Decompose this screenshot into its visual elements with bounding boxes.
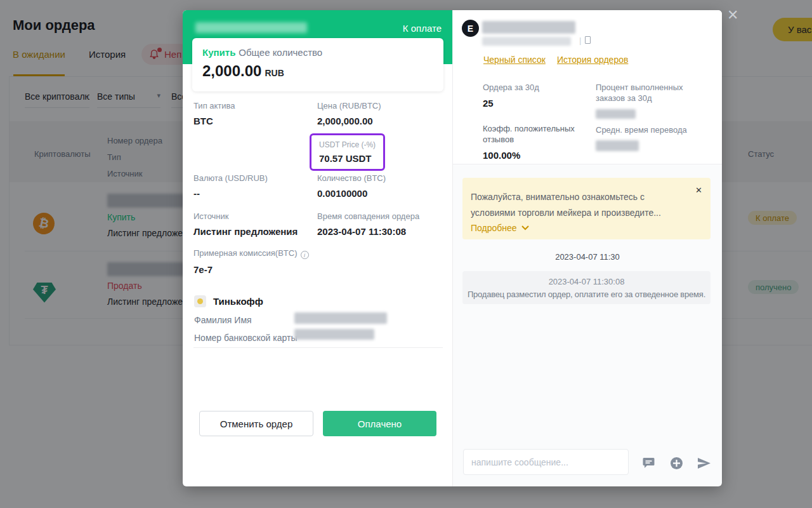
close-icon[interactable]: ✕ <box>727 7 738 23</box>
send-icon[interactable] <box>697 456 711 470</box>
payee-name-label: Фамилия Имя <box>194 315 252 325</box>
field-value: 2023-04-07 11:30:08 <box>317 226 419 237</box>
divider <box>193 347 443 348</box>
field-label: Валюта (USD/RUB) <box>193 173 268 183</box>
stat-positive-feedback: Коэфф. положительных отзывов 100.00% <box>483 123 581 161</box>
system-message-time: 2023-04-07 11:30:08 <box>462 277 710 286</box>
field-fiat: Валюта (USD/RUB) -- <box>193 173 268 199</box>
field-value: BTC <box>193 116 235 126</box>
order-detail-modal: К оплате КупитьОбщее количество 2,000.00… <box>183 10 722 486</box>
order-currency: RUB <box>265 68 284 78</box>
quick-message-icon[interactable] <box>641 456 655 470</box>
field-value: 2,000,000.00 <box>317 116 381 126</box>
stat-value: 25 <box>483 98 539 109</box>
trader-info-section: E | Черный список История ордеров Ордера… <box>453 10 722 164</box>
usdt-price-highlight: USDT Price (-%) 70.57 USDT <box>310 133 385 171</box>
redacted-trader-name <box>482 21 575 34</box>
redacted-stat-value <box>596 109 636 119</box>
chat-date: 2023-04-07 11:30 <box>453 252 722 262</box>
redacted-card-number <box>294 329 374 340</box>
order-history-link[interactable]: История ордеров <box>557 55 628 65</box>
payment-method: Тинькофф <box>194 295 263 307</box>
field-fee: Примерная комиссия(BTC)i 7e-7 <box>193 248 309 275</box>
stat-label: Ордера за 30д <box>483 82 539 93</box>
notice-close-icon[interactable]: ✕ <box>695 185 702 195</box>
field-value: 7e-7 <box>193 264 309 275</box>
copy-icon[interactable] <box>585 36 591 44</box>
payment-method-name: Тинькофф <box>213 296 263 307</box>
redacted-payee-name <box>294 312 387 324</box>
order-panel: К оплате КупитьОбщее количество 2,000.00… <box>183 10 452 486</box>
stat-completion-rate: Процент выполненных заказов за 30д <box>596 82 711 119</box>
notice-text: Пожалуйста, внимательно ознакомьтесь с у… <box>471 189 677 221</box>
stat-label: Процент выполненных заказов за 30д <box>596 82 711 104</box>
field-label: USDT Price (-%) <box>319 140 376 149</box>
field-label: Время совпадения ордера <box>317 211 419 221</box>
field-label: Количество (BTC) <box>317 173 386 183</box>
notice-more-label: Подробнее <box>471 223 517 233</box>
field-label: Примерная комиссия(BTC)i <box>193 248 309 259</box>
field-source: Источник Листинг предложения <box>193 211 298 237</box>
separator: | <box>579 36 581 45</box>
trader-panel: E | Черный список История ордеров Ордера… <box>452 10 722 486</box>
field-value: 0.00100000 <box>317 188 386 199</box>
blacklist-link[interactable]: Черный список <box>483 55 546 65</box>
total-label: Общее количество <box>239 47 322 58</box>
stat-label: Средн. время перевода <box>596 124 711 135</box>
fee-label-text: Примерная комиссия(BTC) <box>193 248 298 258</box>
maker-terms-notice: Пожалуйста, внимательно ознакомьтесь с у… <box>462 178 710 239</box>
info-icon[interactable]: i <box>301 251 309 259</box>
tinkoff-icon <box>194 295 206 307</box>
field-value: -- <box>193 188 268 199</box>
field-quantity: Количество (BTC) 0.00100000 <box>317 173 386 199</box>
field-asset: Тип актива BTC <box>193 101 235 126</box>
cancel-order-button[interactable]: Отменить ордер <box>199 411 313 436</box>
avatar: E <box>462 20 479 37</box>
field-match-time: Время совпадения ордера 2023-04-07 11:30… <box>317 211 419 237</box>
order-side-label: Купить <box>202 47 235 58</box>
order-status: К оплате <box>403 23 442 34</box>
paid-button[interactable]: Оплачено <box>323 411 436 436</box>
field-price: Цена (RUB/BTC) 2,000,000.00 <box>317 101 381 126</box>
chevron-down-icon <box>521 225 529 231</box>
field-value: Листинг предложения <box>193 226 298 237</box>
system-message-text: Продавец разместил ордер, оплатите его з… <box>462 290 710 299</box>
redacted-stat-value <box>596 140 639 151</box>
stat-label: Коэфф. положительных отзывов <box>483 123 581 145</box>
order-amount: 2,000.00 <box>202 62 261 79</box>
notice-more-link[interactable]: Подробнее <box>471 223 702 233</box>
redacted-trader-id <box>482 37 571 46</box>
field-label: Цена (RUB/BTC) <box>317 101 381 110</box>
redacted-counterparty-name <box>195 22 307 33</box>
field-label: Тип актива <box>193 101 235 110</box>
stat-orders-30d: Ордера за 30д 25 <box>483 82 539 109</box>
chat-input[interactable] <box>463 449 629 475</box>
card-number-label: Номер банковской карты <box>194 333 298 343</box>
order-summary-card: КупитьОбщее количество 2,000.00RUB <box>192 38 443 91</box>
attach-plus-icon[interactable] <box>669 456 683 470</box>
field-label: Источник <box>193 211 298 221</box>
field-value: 70.57 USDT <box>319 153 376 164</box>
stat-avg-transfer-time: Средн. время перевода <box>596 124 711 151</box>
stat-value: 100.00% <box>483 150 581 161</box>
system-message: 2023-04-07 11:30:08 Продавец разместил о… <box>462 271 710 304</box>
